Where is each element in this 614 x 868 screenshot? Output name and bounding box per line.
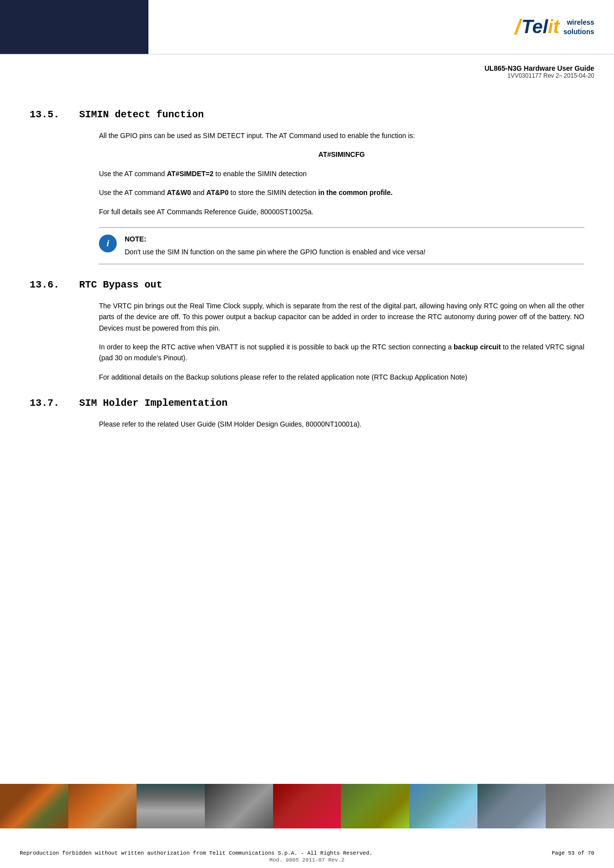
section-number-13-6: 13.6. bbox=[30, 279, 69, 290]
doc-title-block: UL865-N3G Hardware User Guide 1VV0301177… bbox=[0, 54, 614, 79]
para-13-6-1: The VRTC pin brings out the Real Time Cl… bbox=[99, 300, 584, 334]
section-title-13-7: SIM Holder Implementation bbox=[79, 397, 228, 409]
footer-img-4 bbox=[205, 784, 273, 828]
footer-img-1 bbox=[0, 784, 68, 828]
bold-at-p0: AT&P0 bbox=[206, 189, 229, 196]
para-13-7-1: Please refer to the related User Guide (… bbox=[99, 419, 584, 430]
logo-telit-text: Telit bbox=[521, 16, 560, 38]
logo-slash-icon: / bbox=[515, 15, 520, 39]
footer-img-3 bbox=[137, 784, 205, 828]
para-13-5-4: For full details see AT Commands Referen… bbox=[99, 206, 584, 217]
footer-img-6 bbox=[341, 784, 409, 828]
note-icon: i bbox=[99, 235, 117, 252]
section-title-13-6: RTC Bypass out bbox=[79, 279, 162, 290]
logo-container: / Telit wireless solutions bbox=[515, 15, 594, 39]
bold-backup-circuit: backup circuit bbox=[454, 343, 501, 351]
note-text-13-5: Don't use the SIM IN function on the sam… bbox=[125, 246, 425, 257]
footer-page-number: Page 53 of 70 bbox=[552, 850, 594, 856]
para-13-6-3: For additional details on the Backup sol… bbox=[99, 372, 584, 383]
section-number-13-7: 13.7. bbox=[30, 397, 69, 409]
section-heading-13-5: 13.5. SIMIN detect function bbox=[30, 109, 584, 120]
main-content: 13.5. SIMIN detect function All the GPIO… bbox=[0, 79, 614, 430]
footer-img-8 bbox=[477, 784, 546, 828]
header-logo-area: / Telit wireless solutions bbox=[148, 0, 614, 54]
footer-img-5 bbox=[273, 784, 341, 828]
para-13-5-1: All the GPIO pins can be used as SIM DET… bbox=[99, 130, 584, 141]
section-heading-13-6: 13.6. RTC Bypass out bbox=[30, 279, 584, 290]
header-dark-band bbox=[0, 0, 148, 54]
note-box-13-5: i NOTE: Don't use the SIM IN function on… bbox=[99, 227, 584, 264]
section-13-7: 13.7. SIM Holder Implementation Please r… bbox=[30, 397, 584, 430]
footer-image-strip bbox=[0, 784, 614, 828]
doc-title: UL865-N3G Hardware User Guide bbox=[0, 64, 594, 72]
section-13-6: 13.6. RTC Bypass out The VRTC pin brings… bbox=[30, 279, 584, 383]
para-13-6-2: In order to keep the RTC active when VBA… bbox=[99, 341, 584, 364]
footer-img-9 bbox=[546, 784, 614, 828]
note-content-13-5: NOTE: Don't use the SIM IN function on t… bbox=[125, 234, 425, 258]
footer-mod-text: Mod. 9805 2011-07 Rev.2 bbox=[0, 857, 614, 863]
section-13-7-body: Please refer to the related User Guide (… bbox=[99, 419, 584, 430]
section-13-5-body: All the GPIO pins can be used as SIM DET… bbox=[99, 130, 584, 264]
page-header: / Telit wireless solutions bbox=[0, 0, 614, 54]
para-13-5-2: Use the AT command AT#SIMDET=2 to enable… bbox=[99, 168, 584, 179]
doc-version: 1VV0301177 Rev 2– 2015-04-20 bbox=[0, 72, 594, 79]
footer-text: Reproduction forbidden without written a… bbox=[0, 850, 614, 863]
para-13-5-3: Use the AT command AT&W0 and AT&P0 to st… bbox=[99, 187, 584, 198]
note-label: NOTE: bbox=[125, 234, 425, 244]
bold-at-simdet: AT#SIMDET=2 bbox=[167, 170, 213, 178]
section-13-5: 13.5. SIMIN detect function All the GPIO… bbox=[30, 109, 584, 264]
footer-img-7 bbox=[409, 784, 477, 828]
section-number-13-5: 13.5. bbox=[30, 109, 69, 120]
section-13-6-body: The VRTC pin brings out the Real Time Cl… bbox=[99, 300, 584, 383]
footer-line1: Reproduction forbidden without written a… bbox=[0, 850, 614, 856]
section-title-13-5: SIMIN detect function bbox=[79, 109, 204, 120]
section-heading-13-7: 13.7. SIM Holder Implementation bbox=[30, 397, 584, 409]
bold-common-profile: in the common profile. bbox=[318, 189, 392, 196]
logo-tagline: wireless solutions bbox=[564, 18, 594, 36]
footer-reproduction-text: Reproduction forbidden without written a… bbox=[20, 850, 373, 856]
at-command-simincfg: AT#SIMINCFG bbox=[99, 149, 584, 160]
footer-img-2 bbox=[68, 784, 137, 828]
bold-at-w0: AT&W0 bbox=[167, 189, 191, 196]
